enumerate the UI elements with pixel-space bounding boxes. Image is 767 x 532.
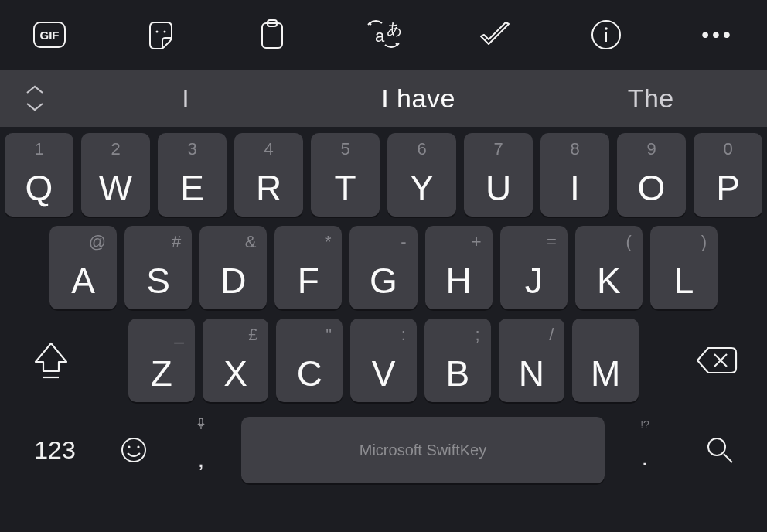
done-button[interactable]: [476, 16, 513, 53]
suggestion-3[interactable]: The: [534, 70, 767, 127]
key-m[interactable]: M: [572, 319, 639, 402]
bottom-row: 123 , Microsoft SwiftKey !? .: [5, 411, 762, 489]
spacebar[interactable]: Microsoft SwiftKey: [241, 417, 605, 483]
key-y[interactable]: 6Y: [387, 133, 456, 217]
suggestion-bar: I I have The: [0, 70, 767, 127]
key-z[interactable]: _Z: [128, 319, 195, 402]
suggestion-close[interactable]: [0, 70, 70, 127]
key-row-2: @A#S&D*F-G+H=J(K)L: [5, 226, 762, 309]
key-p[interactable]: 0P: [694, 133, 762, 217]
sticker-button[interactable]: [142, 16, 179, 53]
key-s[interactable]: #S: [124, 226, 192, 309]
comma-key[interactable]: ,: [170, 418, 232, 483]
key-k[interactable]: (K: [575, 226, 643, 309]
svg-text:あ: あ: [387, 20, 402, 37]
key-o[interactable]: 9O: [617, 133, 686, 217]
key-c[interactable]: "C: [276, 319, 343, 402]
svg-line-20: [724, 454, 732, 462]
svg-point-2: [156, 31, 159, 33]
svg-point-15: [128, 445, 130, 448]
key-g[interactable]: -G: [349, 226, 417, 309]
svg-text:a: a: [375, 26, 385, 46]
shift-key[interactable]: [5, 319, 97, 402]
key-l[interactable]: )L: [650, 226, 718, 309]
search-key[interactable]: [685, 435, 755, 466]
svg-text:GIF: GIF: [40, 29, 60, 42]
key-e[interactable]: 3E: [158, 133, 227, 217]
key-d[interactable]: &D: [199, 226, 267, 309]
key-row-3: _Z£X"C:V;B/NM: [5, 319, 762, 402]
translate-button[interactable]: a あ: [365, 16, 402, 53]
svg-point-16: [137, 445, 139, 448]
key-v[interactable]: :V: [350, 319, 417, 402]
svg-point-9: [605, 27, 608, 30]
suggestion-1[interactable]: I: [70, 70, 302, 127]
key-i[interactable]: 8I: [540, 133, 609, 217]
more-button[interactable]: •••: [699, 16, 736, 53]
info-button[interactable]: [588, 16, 625, 53]
key-row-1: 1Q2W3E4R5T6Y7U8I9O0P: [5, 133, 762, 217]
period-key[interactable]: !? .: [614, 418, 676, 482]
emoji-key[interactable]: [107, 436, 161, 464]
keyboard: 1Q2W3E4R5T6Y7U8I9O0P @A#S&D*F-G+H=J(K)L …: [0, 127, 767, 496]
key-x[interactable]: £X: [203, 319, 269, 402]
key-u[interactable]: 7U: [464, 133, 533, 217]
toolbar: GIF a あ: [0, 0, 767, 70]
backspace-key[interactable]: [670, 319, 762, 402]
gif-button[interactable]: GIF: [31, 16, 68, 53]
suggestion-2[interactable]: I have: [302, 70, 535, 127]
key-w[interactable]: 2W: [81, 133, 150, 217]
svg-point-14: [122, 438, 145, 462]
svg-rect-17: [199, 418, 203, 425]
numeric-key[interactable]: 123: [12, 436, 97, 465]
key-t[interactable]: 5T: [311, 133, 380, 217]
key-j[interactable]: =J: [500, 226, 568, 309]
more-dots: •••: [701, 22, 733, 47]
svg-point-19: [708, 438, 725, 455]
svg-point-3: [164, 31, 166, 33]
key-f[interactable]: *F: [274, 226, 342, 309]
clipboard-button[interactable]: [254, 16, 291, 53]
key-n[interactable]: /N: [499, 319, 565, 402]
key-a[interactable]: @A: [49, 226, 117, 309]
key-h[interactable]: +H: [425, 226, 493, 309]
key-r[interactable]: 4R: [234, 133, 303, 217]
key-q[interactable]: 1Q: [5, 133, 73, 217]
mic-icon: [196, 418, 206, 432]
key-b[interactable]: ;B: [424, 319, 491, 402]
